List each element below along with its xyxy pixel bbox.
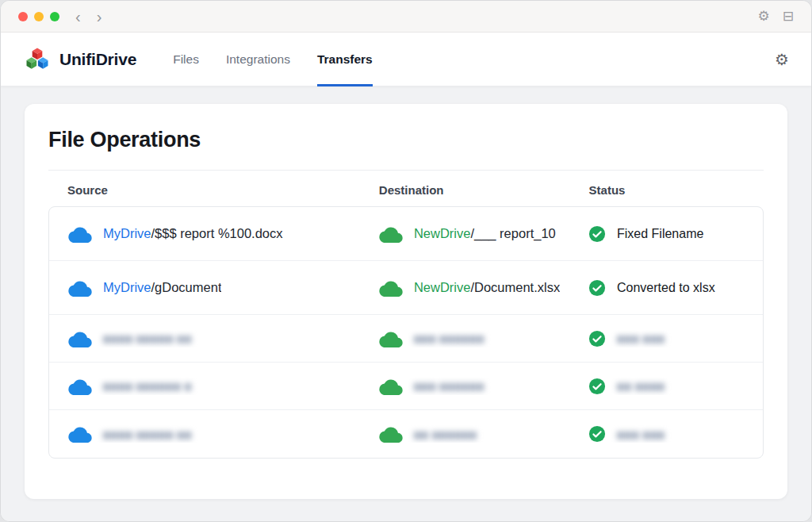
destination-path: /___ report_10 bbox=[470, 226, 555, 240]
redacted-destination-text: ▆▆▆ ▆▆▆▆▆▆ bbox=[414, 381, 485, 391]
source-cell: MyDrive/gDocument bbox=[68, 279, 379, 297]
destination-cloud-icon bbox=[379, 225, 403, 243]
status-cell: ▆▆▆ ▆▆▆ bbox=[588, 330, 744, 347]
status-check-icon bbox=[588, 425, 606, 443]
source-cell: MyDrive/$$$ report %100.docx bbox=[68, 225, 379, 243]
source-drive-link[interactable]: MyDrive bbox=[103, 280, 151, 294]
destination-cloud-icon bbox=[379, 378, 403, 395]
source-path-text: MyDrive/$$$ report %100.docx bbox=[103, 226, 283, 241]
redacted-destination-text: ▆▆▆ ▆▆▆▆▆▆ bbox=[414, 333, 485, 344]
column-header-source: Source bbox=[67, 183, 379, 197]
titlebar: ‹ › ⚙ ⊟ bbox=[1, 1, 811, 33]
back-icon[interactable]: ‹ bbox=[74, 9, 82, 25]
app-header: UnifiDrive Files Integrations Transfers … bbox=[1, 33, 811, 86]
redacted-status-text: ▆▆▆ ▆▆▆ bbox=[617, 429, 665, 439]
redacted-source-text: ▆▆▆▆ ▆▆▆▆▆▆ ▆ bbox=[103, 381, 192, 391]
destination-cell: NewDrive/Document.xlsx bbox=[379, 279, 588, 297]
redacted-status-text: ▆▆ ▆▆▆▆ bbox=[617, 381, 665, 391]
tab-integrations[interactable]: Integrations bbox=[226, 33, 290, 86]
destination-drive-link[interactable]: NewDrive bbox=[414, 226, 471, 240]
column-header-destination: Destination bbox=[379, 183, 589, 197]
status-check-icon bbox=[588, 330, 606, 347]
table-row: ▆▆▆▆ ▆▆▆▆▆ ▆▆ ▆▆ ▆▆▆▆▆▆ ▆▆▆ ▆▆▆ bbox=[49, 410, 763, 458]
source-cloud-icon bbox=[68, 225, 92, 243]
table-row: MyDrive/$$$ report %100.docx NewDrive/__… bbox=[49, 207, 763, 261]
destination-cell: ▆▆▆ ▆▆▆▆▆▆ bbox=[379, 330, 588, 347]
status-text: Converted to xlsx bbox=[617, 281, 715, 295]
destination-path: /Document.xlsx bbox=[470, 280, 560, 294]
destination-drive-link[interactable]: NewDrive bbox=[414, 280, 471, 294]
status-check-icon bbox=[588, 225, 606, 243]
table-row: MyDrive/gDocument NewDrive/Document.xlsx… bbox=[49, 261, 763, 315]
redacted-status-text: ▆▆▆ ▆▆▆ bbox=[617, 333, 665, 344]
titlebar-minimize-icon[interactable]: ⊟ bbox=[783, 8, 794, 25]
settings-gear-icon[interactable]: ⚙ bbox=[775, 50, 789, 69]
destination-cell: ▆▆▆ ▆▆▆▆▆▆ bbox=[379, 378, 588, 395]
app-window: ‹ › ⚙ ⊟ UnifiDrive bbox=[0, 0, 812, 522]
status-cell: Fixed Filename bbox=[588, 225, 744, 243]
close-window-button[interactable] bbox=[18, 12, 28, 21]
destination-cloud-icon bbox=[379, 330, 403, 347]
redacted-source-text: ▆▆▆▆ ▆▆▆▆▆ ▆▆ bbox=[103, 333, 192, 344]
destination-cell: NewDrive/___ report_10 bbox=[379, 225, 588, 243]
status-text: Fixed Filename bbox=[617, 227, 703, 241]
page-title: File Operations bbox=[48, 128, 764, 152]
tab-transfers[interactable]: Transfers bbox=[317, 33, 373, 86]
status-cell: ▆▆▆ ▆▆▆ bbox=[588, 425, 744, 443]
status-cell: Converted to xlsx bbox=[588, 279, 744, 297]
source-cloud-icon bbox=[68, 279, 92, 297]
unifidrive-logo-icon bbox=[23, 45, 52, 74]
table-row: ▆▆▆▆ ▆▆▆▆▆▆ ▆ ▆▆▆ ▆▆▆▆▆▆ ▆▆ ▆▆▆▆ bbox=[49, 363, 763, 410]
source-cell: ▆▆▆▆ ▆▆▆▆▆▆ ▆ bbox=[68, 378, 379, 395]
destination-cloud-icon bbox=[379, 425, 403, 443]
destination-path-text: NewDrive/Document.xlsx bbox=[414, 280, 560, 295]
forward-icon[interactable]: › bbox=[95, 9, 104, 25]
status-cell: ▆▆ ▆▆▆▆ bbox=[588, 378, 744, 395]
content-area: File Operations Source Destination Statu… bbox=[1, 86, 811, 522]
destination-cell: ▆▆ ▆▆▆▆▆▆ bbox=[379, 425, 588, 443]
redacted-destination-text: ▆▆ ▆▆▆▆▆▆ bbox=[414, 429, 477, 439]
destination-cloud-icon bbox=[379, 279, 403, 297]
source-cloud-icon bbox=[68, 330, 92, 347]
source-drive-link[interactable]: MyDrive bbox=[103, 226, 151, 240]
source-cell: ▆▆▆▆ ▆▆▆▆▆ ▆▆ bbox=[68, 425, 379, 443]
status-check-icon bbox=[588, 378, 606, 395]
main-nav: Files Integrations Transfers bbox=[173, 33, 373, 86]
file-operations-card: File Operations Source Destination Statu… bbox=[25, 104, 787, 499]
status-check-icon bbox=[588, 279, 606, 297]
source-path: /$$$ report %100.docx bbox=[151, 226, 283, 240]
source-cloud-icon bbox=[68, 378, 92, 395]
redacted-source-text: ▆▆▆▆ ▆▆▆▆▆ ▆▆ bbox=[103, 429, 192, 439]
minimize-window-button[interactable] bbox=[34, 12, 44, 21]
source-cell: ▆▆▆▆ ▆▆▆▆▆ ▆▆ bbox=[68, 330, 379, 347]
titlebar-gear-icon[interactable]: ⚙ bbox=[758, 8, 770, 25]
zoom-window-button[interactable] bbox=[50, 12, 59, 21]
source-path-text: MyDrive/gDocument bbox=[103, 280, 221, 295]
column-header-status: Status bbox=[589, 183, 745, 197]
tab-files[interactable]: Files bbox=[173, 33, 199, 86]
table-row: ▆▆▆▆ ▆▆▆▆▆ ▆▆ ▆▆▆ ▆▆▆▆▆▆ ▆▆▆ ▆▆▆ bbox=[49, 315, 763, 363]
destination-path-text: NewDrive/___ report_10 bbox=[414, 226, 556, 241]
table-header: Source Destination Status bbox=[48, 171, 764, 206]
brand-name: UnifiDrive bbox=[59, 50, 136, 69]
window-controls bbox=[18, 12, 59, 21]
source-cloud-icon bbox=[68, 425, 92, 443]
source-path: /gDocument bbox=[151, 280, 222, 294]
transfers-table: MyDrive/$$$ report %100.docx NewDrive/__… bbox=[48, 206, 764, 459]
